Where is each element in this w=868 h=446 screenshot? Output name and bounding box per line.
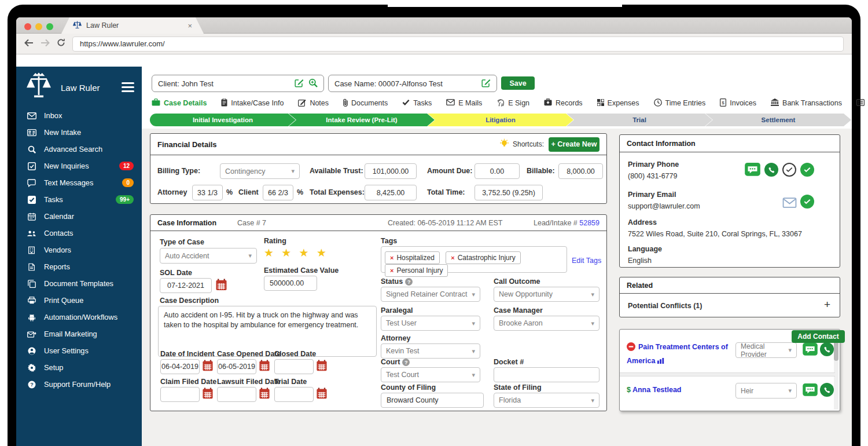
tab-invoices[interactable]: $Invoices — [720, 98, 756, 108]
tab-e-mails[interactable]: E Mails — [446, 99, 482, 107]
attorney-select[interactable]: Kevin Test — [381, 343, 480, 359]
total-expenses-input[interactable]: 8,425.00 — [365, 185, 417, 200]
sidebar-item-tasks[interactable]: Tasks 99+ — [16, 191, 142, 208]
case-description-textarea[interactable]: Auto accident on I-95. Hit by a truck on… — [158, 306, 377, 357]
browser-tab[interactable]: Law Ruler × — [61, 17, 204, 34]
amount-due-input[interactable]: 0.00 — [475, 163, 520, 179]
save-button[interactable]: Save — [501, 76, 535, 90]
sidebar-item-calendar[interactable]: Calendar — [16, 208, 142, 225]
contact-role-select-1[interactable]: Medical Provider — [735, 342, 797, 358]
case-name-field[interactable]: Case Name: 00007-Alfonso Test — [328, 75, 497, 92]
case-manager-select[interactable]: Brooke Aaron — [494, 316, 599, 331]
tab-expenses[interactable]: Expenses — [597, 99, 639, 108]
edit-tags-link[interactable]: Edit Tags — [572, 257, 601, 265]
case-opened-date-input[interactable]: 06-05-2019 — [217, 359, 256, 374]
attorney-pct-input[interactable]: 33 1/3 — [192, 185, 223, 200]
sidebar-item-vendors[interactable]: Vendors — [16, 242, 142, 258]
tab-documents[interactable]: Documents — [343, 98, 388, 108]
sidebar-item-email-marketing[interactable]: Email Marketing — [16, 326, 142, 342]
lawsuit-filed-date-input[interactable] — [217, 387, 256, 402]
edit-case-name-icon[interactable] — [481, 78, 491, 89]
search-client-icon[interactable] — [308, 78, 318, 89]
close-window-button[interactable] — [24, 23, 31, 30]
remove-contact-icon[interactable] — [627, 342, 635, 355]
billable-input[interactable]: 8,000.00 — [558, 163, 603, 179]
pipeline-step-litigation[interactable]: Litigation — [428, 114, 573, 126]
sidebar-item-advanced-search[interactable]: Advanced Search — [16, 141, 142, 158]
lawruler-logo-icon[interactable] — [25, 72, 52, 101]
tags-box[interactable]: ×Hospitalized ×Catastrophic Injury ×Pers… — [381, 246, 567, 273]
client-field[interactable]: Client: John Test — [152, 75, 324, 92]
sidebar-item-new-inquiries[interactable]: New Inquiries 12 — [16, 158, 142, 174]
sidebar-item-setup[interactable]: Setup — [16, 359, 142, 376]
forward-icon[interactable] — [41, 39, 50, 49]
pipeline-step-trial[interactable]: Trial — [567, 114, 712, 126]
sidebar-item-support-forum-help[interactable]: ? Support Forum/Help — [16, 376, 142, 393]
sidebar-item-contacts[interactable]: Contacts — [16, 225, 142, 242]
sidebar-item-print-queue[interactable]: Print Queue — [16, 292, 142, 309]
status-help-icon[interactable]: ? — [405, 278, 413, 286]
sidebar-item-new-intake[interactable]: New Intake — [16, 124, 142, 141]
back-icon[interactable] — [24, 39, 34, 49]
status-select[interactable]: Signed Retainer Contract — [381, 287, 480, 302]
expand-conflicts-icon[interactable]: + — [824, 298, 830, 311]
lead-intake-link[interactable]: 52859 — [579, 219, 599, 227]
claim-filed-date-input[interactable] — [160, 387, 200, 402]
trial-date-input[interactable] — [274, 387, 314, 402]
tab-activity[interactable]: Activity — [856, 99, 868, 108]
billing-type-select[interactable]: Contingency — [220, 163, 300, 179]
remove-tag-icon[interactable]: × — [451, 254, 454, 261]
county-of-filing-input[interactable]: Broward County — [381, 393, 484, 408]
email-icon[interactable] — [782, 198, 797, 210]
contact-call-icon-1[interactable] — [820, 342, 834, 356]
edit-client-icon[interactable] — [295, 78, 304, 89]
claim-filed-date-calendar-icon[interactable] — [202, 387, 214, 401]
url-input[interactable]: https://www.lawruler.com/ — [72, 36, 844, 52]
verify-phone-icon[interactable] — [782, 163, 796, 177]
phone-verified-icon[interactable] — [800, 163, 814, 177]
total-time-input[interactable]: 3,752.50 (9.25h) — [475, 185, 543, 200]
rating-stars[interactable]: ★ ★ ★ ★ — [264, 246, 329, 259]
pipeline-step-intake-review[interactable]: Intake Review (Pre-Lit) — [289, 114, 435, 126]
tab-intake-case-info[interactable]: Intake/Case Info — [221, 98, 284, 108]
court-help-icon[interactable]: ? — [402, 359, 410, 366]
court-select[interactable]: Test Court — [381, 367, 480, 382]
sidebar-item-user-settings[interactable]: User Settings — [16, 342, 142, 359]
call-icon[interactable] — [764, 163, 778, 177]
minimize-window-button[interactable] — [35, 23, 42, 30]
refresh-icon[interactable] — [57, 38, 65, 49]
call-outcome-select[interactable]: New Opportunity — [494, 287, 599, 302]
potential-conflicts-label[interactable]: Potential Conflicts (1) — [628, 302, 702, 310]
type-of-case-select[interactable]: Auto Accident — [160, 248, 257, 264]
remove-tag-icon[interactable]: × — [390, 254, 393, 261]
add-contact-button[interactable]: Add Contact — [792, 330, 845, 343]
tab-notes[interactable]: Notes — [298, 98, 329, 108]
tab-records[interactable]: Records — [544, 98, 583, 108]
hamburger-menu-icon[interactable] — [122, 82, 134, 92]
sol-date-input[interactable]: 07-12-2021 — [160, 278, 212, 293]
tab-case-details[interactable]: Case Details — [152, 98, 207, 108]
sol-date-calendar-icon[interactable] — [215, 279, 227, 293]
date-of-incident-input[interactable]: 06-04-2019 — [160, 359, 200, 374]
sidebar-item-automation-workflows[interactable]: Automation/Workflows — [16, 309, 142, 326]
contact-role-select-2[interactable]: Heir — [735, 383, 797, 399]
available-trust-input[interactable]: 101,000.00 — [365, 163, 417, 179]
tab-tasks[interactable]: Tasks — [402, 99, 432, 107]
sms-icon[interactable] — [745, 163, 760, 179]
closed-date-input[interactable] — [274, 359, 314, 374]
email-verified-icon[interactable] — [800, 195, 814, 209]
estimated-case-value-input[interactable]: 500000.00 — [264, 276, 317, 291]
tab-time-entries[interactable]: Time Entries — [654, 98, 706, 108]
docket-input[interactable] — [494, 367, 599, 382]
tab-close-icon[interactable]: × — [187, 21, 192, 30]
client-pct-input[interactable]: 66 2/3 — [263, 185, 293, 200]
closed-date-calendar-icon[interactable] — [316, 360, 328, 374]
contact-name-link[interactable]: $Anna Testlead — [627, 386, 681, 394]
trial-date-calendar-icon[interactable] — [316, 387, 328, 401]
pipeline-step-settlement[interactable]: Settlement — [705, 114, 851, 126]
tab-e-sign[interactable]: E Sign — [496, 98, 529, 108]
contact-name-link[interactable]: Pain Treatment Centers of America — [627, 343, 728, 365]
sidebar-item-document-templates[interactable]: Document Templates — [16, 275, 142, 292]
contact-call-icon-2[interactable] — [820, 383, 834, 397]
state-of-filing-select[interactable]: Florida — [494, 393, 599, 408]
